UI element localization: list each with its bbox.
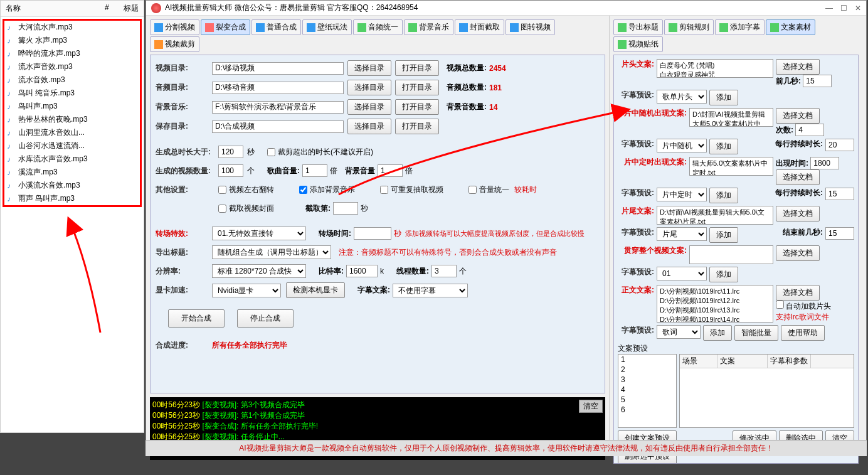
tail-textarea[interactable]: D:\封面\AI视频批量剪辑大师5.0\文案素材\片尾.txt: [657, 206, 773, 225]
file-item[interactable]: ♪山洞里流水音效山...: [4, 126, 140, 139]
tab-壁纸玩法[interactable]: 壁纸玩法: [302, 19, 352, 35]
head-presec-input[interactable]: [803, 75, 832, 87]
detect-gpu-button[interactable]: 检测本机显卡: [286, 282, 345, 298]
file-item[interactable]: ♪山谷河水迅速流淌...: [4, 139, 140, 152]
tab-背景音乐[interactable]: 背景音乐: [404, 19, 453, 35]
preset-item[interactable]: 3: [618, 375, 676, 385]
totaldur-input[interactable]: [218, 146, 243, 158]
file-item[interactable]: ♪流水声音效.mp3: [4, 60, 140, 73]
transition-select[interactable]: 01.无特效直接转: [212, 227, 306, 240]
extract-frame-input[interactable]: [333, 202, 358, 215]
col-hash[interactable]: #: [105, 3, 124, 14]
file-item[interactable]: ♪溪流声.mp3: [4, 166, 140, 179]
file-item[interactable]: ♪热带丛林的夜晚.mp3: [4, 113, 140, 126]
file-item[interactable]: ♪流水音效.mp3: [4, 73, 140, 87]
help-button[interactable]: 使用帮助: [781, 325, 825, 341]
tab-图转视频[interactable]: 图转视频: [505, 19, 555, 35]
repeat-extract-checkbox[interactable]: [380, 186, 388, 194]
rtab-文案素材[interactable]: 文案素材: [766, 19, 815, 35]
song-vol-input[interactable]: [302, 164, 327, 177]
rtab-视频贴纸[interactable]: 视频贴纸: [613, 36, 663, 52]
tab-裂变合成[interactable]: 裂变合成: [201, 19, 250, 35]
transition-time-input[interactable]: [354, 227, 391, 240]
main-sub-add[interactable]: 添加: [703, 325, 732, 341]
file-item[interactable]: ♪水库流水声音效.mp3: [4, 152, 140, 166]
preset-item[interactable]: 2: [618, 365, 676, 375]
tail-sub-select[interactable]: 片尾: [657, 227, 707, 241]
tab-封面截取[interactable]: 封面截取: [455, 19, 504, 35]
bg-vol-input[interactable]: [378, 164, 403, 177]
preset-item[interactable]: 6: [618, 405, 676, 415]
midrand-choose-button[interactable]: 选择文档: [776, 108, 820, 124]
midtime-dur-input[interactable]: [825, 188, 854, 200]
bgm-dir-open[interactable]: 打开目录: [395, 99, 439, 115]
tab-普通合成[interactable]: 普通合成: [251, 19, 301, 35]
clear-log-button[interactable]: 清空: [579, 400, 603, 413]
bgm-dir-choose[interactable]: 选择目录: [347, 99, 391, 115]
midrand-count-input[interactable]: [795, 124, 824, 136]
file-item[interactable]: ♪鸟叫声.mp3: [4, 100, 140, 113]
preset-table[interactable]: 场景 文案 字幕和参数: [679, 354, 854, 428]
tab-视频裁剪[interactable]: 视频裁剪: [150, 36, 199, 52]
preset-item[interactable]: 1: [618, 355, 676, 365]
resolution-select[interactable]: 标准 1280*720 合成快: [212, 264, 306, 278]
close-button[interactable]: ✕: [855, 4, 861, 13]
save-dir-open[interactable]: 打开目录: [395, 119, 439, 134]
main-sub-select[interactable]: 歌词: [657, 325, 701, 339]
file-item[interactable]: ♪雨声 鸟叫声.mp3: [4, 192, 140, 205]
bgm-dir-input[interactable]: [212, 101, 344, 114]
whole-sub-select[interactable]: 01: [657, 267, 707, 280]
autoload-checkbox[interactable]: [776, 301, 784, 309]
midrand-textarea[interactable]: D:\封面\AI视频批量剪辑大师5.0\文案素材\片中: [689, 108, 773, 127]
head-choose-button[interactable]: 选择文档: [776, 59, 820, 75]
tail-choose-button[interactable]: 选择文档: [776, 206, 820, 221]
stop-button[interactable]: 停止合成: [237, 309, 294, 328]
file-item[interactable]: ♪大河流水声.mp3: [4, 21, 140, 34]
volume-unify-checkbox[interactable]: [468, 186, 477, 194]
head-textarea[interactable]: 白度母心咒 (梵唱) 白衣观音灵感神咒: [657, 59, 773, 78]
rtab-剪辑规则[interactable]: 剪辑规则: [664, 19, 714, 35]
rtab-导出标题[interactable]: 导出标题: [613, 19, 663, 35]
audio-dir-choose[interactable]: 选择目录: [347, 80, 391, 95]
video-dir-input[interactable]: [212, 62, 344, 75]
file-item[interactable]: ♪鸟叫 纯音乐.mp3: [4, 87, 140, 100]
midtime-textarea[interactable]: 辑大师5.0\文案素材\片中定时.txt: [689, 157, 773, 176]
tab-音频统一[interactable]: 音频统一: [353, 19, 403, 35]
main-textarea[interactable]: D:\分割视频\1019lrc\11.lrc D:\分割视频\1019lrc\1…: [657, 285, 773, 323]
midtime-sub-select[interactable]: 片中定时: [657, 188, 707, 201]
video-dir-choose[interactable]: 选择目录: [347, 60, 391, 76]
crop-excess-checkbox[interactable]: [267, 148, 275, 156]
start-button[interactable]: 开始合成: [168, 309, 225, 328]
save-dir-choose[interactable]: 选择目录: [347, 119, 391, 134]
head-sub-add[interactable]: 添加: [709, 90, 738, 105]
midtime-time-input[interactable]: [810, 157, 839, 169]
minimize-button[interactable]: —: [825, 4, 833, 13]
preset-list[interactable]: 123456: [618, 354, 677, 428]
save-dir-input[interactable]: [212, 120, 344, 133]
whole-textarea[interactable]: [689, 245, 773, 264]
whole-choose-button[interactable]: 选择文档: [776, 245, 820, 261]
rtab-添加字幕[interactable]: 添加字幕: [715, 19, 765, 35]
file-item[interactable]: ♪小溪流水音效.mp3: [4, 179, 140, 192]
preset-item[interactable]: 5: [618, 395, 676, 405]
col-name[interactable]: 名称: [6, 3, 105, 14]
tail-sub-add[interactable]: 添加: [709, 227, 738, 243]
video-dir-open[interactable]: 打开目录: [395, 60, 439, 76]
whole-sub-add[interactable]: 添加: [709, 267, 738, 282]
audio-dir-open[interactable]: 打开目录: [395, 80, 439, 95]
tab-分割视频[interactable]: 分割视频: [150, 19, 199, 35]
main-choose-button[interactable]: 选择文档: [776, 285, 820, 301]
add-bgm-checkbox[interactable]: [299, 186, 307, 194]
file-item[interactable]: ♪哗哗的流水声.mp3: [4, 47, 140, 60]
col-title[interactable]: 标题: [124, 3, 139, 14]
midrand-sub-add[interactable]: 添加: [709, 139, 738, 154]
gpu-select[interactable]: Nvidia显卡: [212, 284, 281, 297]
subtitle-select[interactable]: 不使用字幕: [393, 284, 468, 297]
thread-input[interactable]: [431, 265, 457, 277]
flip-checkbox[interactable]: [218, 186, 226, 194]
tail-end-input[interactable]: [825, 227, 854, 240]
smart-batch-button[interactable]: 智能批量: [734, 325, 778, 341]
maximize-button[interactable]: ☐: [840, 4, 847, 13]
file-item[interactable]: ♪篝火 水声.mp3: [4, 34, 140, 47]
midrand-sub-select[interactable]: 片中随机: [657, 139, 707, 152]
